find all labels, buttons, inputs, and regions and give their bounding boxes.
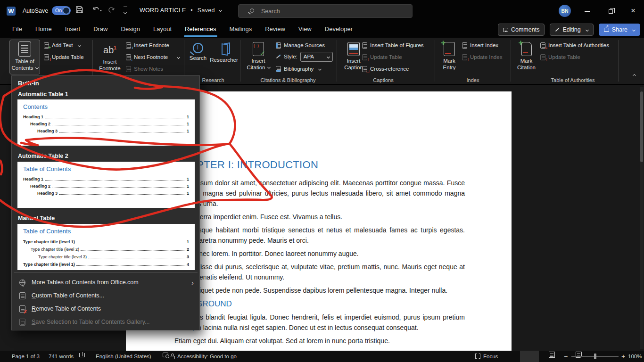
- add-text-icon: [44, 42, 49, 49]
- update-table-toa-icon: [540, 54, 545, 60]
- insert-index-button[interactable]: Insert Index: [462, 40, 498, 50]
- table-of-contents-button[interactable]: Table ofContents: [9, 40, 40, 74]
- group-label-captions: Captions: [373, 77, 393, 84]
- tab-home[interactable]: Home: [29, 22, 58, 38]
- remove-toc-menu-item[interactable]: Remove Table of Contents: [13, 302, 198, 315]
- accessibility-status[interactable]: Accessibility: Good to go: [170, 353, 237, 360]
- tab-developer[interactable]: Developer: [318, 22, 359, 38]
- next-footnote-icon: [126, 54, 131, 60]
- search-placeholder: Search: [261, 8, 280, 15]
- collapse-ribbon-button[interactable]: [633, 74, 636, 77]
- redo-button[interactable]: [107, 6, 116, 14]
- table-of-contents-menu: Built-In Automatic Table 1 Contents Head…: [11, 75, 200, 330]
- zoom-in-button[interactable]: +: [621, 353, 625, 360]
- manual-table-preview[interactable]: Table of Contents Type chapter title (le…: [17, 224, 195, 270]
- undo-button[interactable]: [92, 6, 102, 14]
- save-selection-menu-item: Save Selection to Table of Contents Gall…: [13, 315, 198, 329]
- minimize-button[interactable]: [576, 0, 598, 22]
- automatic-table-1-preview[interactable]: Contents Heading 11 Heading 21 Heading 3…: [17, 99, 195, 146]
- citation-style-select[interactable]: APA: [300, 52, 333, 62]
- page-indicator[interactable]: Page 1 of 3: [12, 353, 40, 360]
- macro-record-icon[interactable]: [163, 353, 168, 357]
- manage-sources-icon: [276, 42, 281, 49]
- search-box[interactable]: Search: [238, 4, 413, 18]
- manage-sources-button[interactable]: Manage Sources: [276, 40, 325, 50]
- more-tables-menu-item[interactable]: More Tables of Contents from Office.com …: [13, 276, 198, 289]
- show-notes-button: Show Notes: [126, 64, 163, 74]
- custom-toc-menu-item[interactable]: Custom Table of Contents...: [13, 289, 198, 302]
- insert-endnote-button[interactable]: Insert Endnote: [126, 40, 169, 50]
- autosave-toggle[interactable]: On: [52, 6, 71, 15]
- researcher-icon: [218, 43, 230, 55]
- tab-review[interactable]: Review: [258, 22, 292, 38]
- automatic-table-2-preview[interactable]: Table of Contents Heading 11 Heading 21 …: [17, 162, 195, 208]
- insert-footnote-button[interactable]: ab1 InsertFootnote: [96, 40, 124, 74]
- update-table-captions-button: Update Table: [362, 52, 402, 62]
- zoom-slider[interactable]: [571, 356, 619, 357]
- save-icon[interactable]: [75, 6, 83, 14]
- word-app-icon[interactable]: W: [7, 7, 16, 16]
- customize-quick-access-toolbar-icon[interactable]: [124, 7, 127, 16]
- show-notes-icon: [126, 66, 131, 72]
- vertical-scrollbar[interactable]: [640, 87, 644, 349]
- tab-references[interactable]: References: [178, 22, 223, 38]
- top-action-buttons: Comments Editing Share: [498, 24, 640, 36]
- document-title[interactable]: WORD ARTICLE • Saved: [140, 7, 222, 14]
- editing-mode-button[interactable]: Editing: [550, 24, 593, 36]
- comments-label: Comments: [511, 26, 539, 33]
- zoom-out-button[interactable]: −: [564, 353, 568, 360]
- paragraph: Phasellus blandit feugiat ligula. Donec …: [174, 312, 465, 333]
- bibliography-button[interactable]: Bibliography: [276, 64, 321, 74]
- restore-button[interactable]: [600, 0, 621, 22]
- mark-entry-button[interactable]: MarkEntry: [438, 40, 461, 74]
- toc-preview-title: Table of Contents: [23, 165, 189, 173]
- comments-button[interactable]: Comments: [498, 24, 545, 36]
- editing-label: Editing: [562, 26, 580, 33]
- researcher-button[interactable]: Researcher: [210, 40, 238, 74]
- mark-citation-button[interactable]: MarkCitation: [513, 40, 539, 74]
- proofing-status-icon[interactable]: [79, 353, 85, 357]
- tab-mailings[interactable]: Mailings: [223, 22, 259, 38]
- update-table-button[interactable]: Update Table: [44, 52, 84, 62]
- tab-insert[interactable]: Insert: [58, 22, 87, 38]
- share-chevron-icon: [632, 28, 636, 31]
- zoom-percentage[interactable]: 100%: [628, 353, 642, 360]
- user-avatar[interactable]: BN: [559, 5, 571, 17]
- update-index-icon: [462, 54, 467, 60]
- group-label-toa: Table of Authorities: [551, 77, 595, 84]
- search-button[interactable]: Search: [187, 40, 209, 74]
- autosave-toggle-knob: [63, 7, 70, 14]
- language-indicator[interactable]: English (United States): [96, 353, 151, 360]
- add-text-button[interactable]: Add Text: [44, 40, 81, 50]
- tab-design[interactable]: Design: [115, 22, 147, 38]
- menu-separator: [14, 272, 198, 273]
- group-label-citations: Citations & Bibliography: [261, 77, 316, 84]
- tab-layout[interactable]: Layout: [147, 22, 178, 38]
- word-count[interactable]: 741 words: [49, 353, 74, 360]
- paragraph: Suspendisse dui purus, scelerisque at, v…: [174, 262, 465, 282]
- close-button[interactable]: ×: [622, 0, 644, 22]
- insert-table-of-figures-button[interactable]: Insert Table of Figures: [362, 40, 424, 50]
- paragraph: Lorem ipsum dolor sit amet, consectetuer…: [174, 178, 465, 209]
- toc-preview-title: Contents: [23, 103, 189, 110]
- builtin-header: Built-In: [18, 80, 39, 87]
- cross-reference-button[interactable]: Cross-reference: [362, 64, 409, 74]
- title-separator: •: [190, 7, 193, 14]
- insert-table-of-authorities-button[interactable]: Insert Table of Authorities: [540, 40, 609, 50]
- tab-draw[interactable]: Draw: [87, 22, 114, 38]
- scrollbar-thumb[interactable]: [640, 91, 643, 162]
- focus-icon: [475, 354, 480, 359]
- tab-view[interactable]: View: [292, 22, 318, 38]
- paragraph: Aenean nec lorem. In porttitor. Donec la…: [174, 248, 465, 259]
- insert-citation-button[interactable]: InsertCitation: [244, 40, 273, 74]
- tab-file[interactable]: File: [6, 22, 29, 38]
- custom-toc-icon: [19, 292, 25, 299]
- focus-mode-button[interactable]: Focus: [475, 353, 498, 360]
- next-footnote-button[interactable]: Next Footnote: [126, 52, 180, 62]
- manual-table-label: Manual Table: [18, 215, 55, 222]
- web-layout-button[interactable]: [576, 352, 582, 358]
- zoom-slider-handle[interactable]: [594, 354, 596, 359]
- share-button[interactable]: Share: [599, 24, 640, 36]
- print-layout-button[interactable]: [549, 352, 555, 358]
- group-label-index: Index: [467, 77, 479, 84]
